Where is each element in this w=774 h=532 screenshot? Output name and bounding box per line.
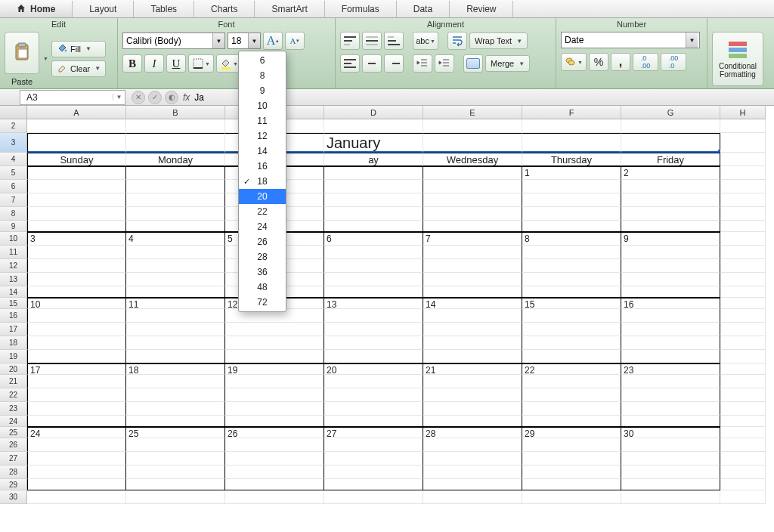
cell-B25[interactable]: 25 — [126, 427, 225, 438]
cell-F26[interactable] — [522, 438, 621, 452]
row-header-17[interactable]: 17 — [0, 323, 27, 336]
cell-H15[interactable] — [720, 298, 766, 309]
cell-A3[interactable] — [27, 133, 126, 153]
cell-H10[interactable] — [720, 232, 766, 246]
cell-D22[interactable] — [324, 388, 423, 402]
cell-B4[interactable]: Monday — [126, 153, 225, 166]
cell-G22[interactable] — [621, 388, 720, 402]
row-header-13[interactable]: 13 — [0, 273, 27, 286]
cell-A2[interactable] — [27, 119, 126, 133]
font-size-option-8[interactable]: 8 — [239, 68, 286, 83]
number-format-combo[interactable]: ▼ — [561, 32, 700, 48]
cell-G21[interactable] — [621, 375, 720, 388]
cell-E23[interactable] — [423, 402, 522, 416]
wrap-text-button[interactable]: Wrap Text▼ — [469, 32, 528, 49]
merge-button[interactable]: Merge▼ — [485, 55, 530, 72]
cell-A19[interactable] — [27, 350, 126, 363]
row-header-25[interactable]: 25 — [0, 427, 27, 438]
cell-A17[interactable] — [27, 323, 126, 336]
row-header-28[interactable]: 28 — [0, 466, 27, 479]
cell-E26[interactable] — [423, 438, 522, 452]
cell-H4[interactable] — [720, 153, 766, 166]
cell-H24[interactable] — [720, 416, 766, 427]
cell-A5[interactable] — [27, 166, 126, 180]
cell-G15[interactable]: 16 — [621, 298, 720, 309]
font-size-option-6[interactable]: 6 — [239, 53, 286, 68]
cell-G27[interactable] — [621, 452, 720, 466]
cell-A26[interactable] — [27, 438, 126, 452]
cell-A20[interactable]: 17 — [27, 363, 126, 375]
font-size-option-72[interactable]: 72 — [239, 295, 286, 310]
font-size-option-14[interactable]: 14 — [239, 144, 286, 159]
cell-G11[interactable] — [621, 246, 720, 259]
cell-H2[interactable] — [720, 119, 766, 133]
cell-F7[interactable] — [522, 193, 621, 207]
row-header-29[interactable]: 29 — [0, 479, 27, 490]
cell-D7[interactable] — [324, 193, 423, 207]
font-size-combo[interactable]: ▼ — [228, 32, 261, 49]
cell-D21[interactable] — [324, 375, 423, 388]
cell-D25[interactable]: 27 — [324, 427, 423, 438]
cell-G2[interactable] — [621, 119, 720, 133]
row-header-18[interactable]: 18 — [0, 336, 27, 350]
font-size-option-28[interactable]: 28 — [239, 249, 286, 264]
cell-D11[interactable] — [324, 246, 423, 259]
row-header-22[interactable]: 22 — [0, 388, 27, 402]
cell-H13[interactable] — [720, 273, 766, 286]
font-size-option-24[interactable]: 24 — [239, 219, 286, 234]
cell-E3[interactable] — [423, 133, 522, 153]
cell-F23[interactable] — [522, 402, 621, 416]
spreadsheet-grid[interactable]: ABCDEFGH23January4SundayMondayayWednesda… — [0, 106, 774, 504]
merge-icon-button[interactable] — [463, 54, 483, 73]
row-header-21[interactable]: 21 — [0, 375, 27, 388]
cell-A14[interactable] — [27, 286, 126, 298]
cell-H20[interactable] — [720, 363, 766, 375]
font-name-input[interactable] — [123, 33, 212, 48]
cell-C30[interactable] — [225, 490, 324, 504]
cell-D2[interactable] — [324, 119, 423, 133]
cell-D8[interactable] — [324, 207, 423, 221]
cell-E11[interactable] — [423, 246, 522, 259]
cell-E9[interactable] — [423, 221, 522, 232]
cell-A15[interactable]: 10 — [27, 298, 126, 309]
decrease-font-button[interactable]: A▾ — [285, 32, 305, 50]
cell-C27[interactable] — [225, 452, 324, 466]
row-header-5[interactable]: 5 — [0, 166, 27, 180]
align-bottom-button[interactable] — [384, 32, 404, 50]
align-top-button[interactable] — [340, 32, 360, 50]
cell-F9[interactable] — [522, 221, 621, 232]
cell-D6[interactable] — [324, 180, 423, 193]
row-header-26[interactable]: 26 — [0, 438, 27, 452]
cell-B20[interactable]: 18 — [126, 363, 225, 375]
cell-A25[interactable]: 24 — [27, 427, 126, 438]
cell-F11[interactable] — [522, 246, 621, 259]
align-center-button[interactable] — [362, 54, 382, 73]
cell-E17[interactable] — [423, 323, 522, 336]
cell-F10[interactable]: 8 — [522, 232, 621, 246]
underline-button[interactable]: U — [166, 54, 186, 73]
cell-F20[interactable]: 22 — [522, 363, 621, 375]
cell-D19[interactable] — [324, 350, 423, 363]
cell-D10[interactable]: 6 — [324, 232, 423, 246]
currency-button[interactable]: ▼ — [561, 53, 587, 71]
tab-smartart[interactable]: SmartArt — [255, 1, 324, 17]
cell-F29[interactable] — [522, 479, 621, 490]
cell-B28[interactable] — [126, 466, 225, 479]
cell-G14[interactable] — [621, 286, 720, 298]
cell-D15[interactable]: 13 — [324, 298, 423, 309]
font-size-option-48[interactable]: 48 — [239, 280, 286, 295]
cell-D24[interactable] — [324, 416, 423, 427]
percent-button[interactable]: % — [589, 53, 608, 71]
cell-F17[interactable] — [522, 323, 621, 336]
cell-H7[interactable] — [720, 193, 766, 207]
cell-F6[interactable] — [522, 180, 621, 193]
cell-F2[interactable] — [522, 119, 621, 133]
cell-B27[interactable] — [126, 452, 225, 466]
cell-C19[interactable] — [225, 350, 324, 363]
cell-B26[interactable] — [126, 438, 225, 452]
font-size-input[interactable] — [228, 33, 248, 48]
cell-H21[interactable] — [720, 375, 766, 388]
cell-G9[interactable] — [621, 221, 720, 232]
cell-E25[interactable]: 28 — [423, 427, 522, 438]
cell-E13[interactable] — [423, 273, 522, 286]
